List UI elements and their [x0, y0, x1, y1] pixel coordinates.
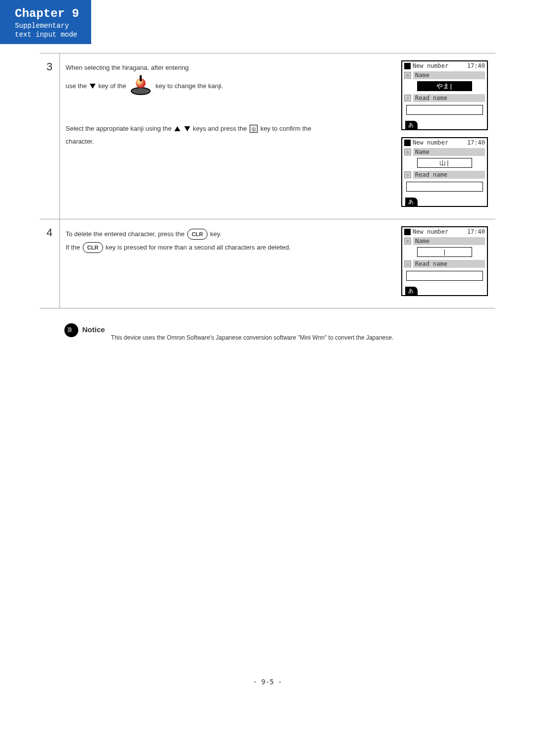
- page-number: - 9-5 -: [0, 678, 535, 686]
- step-text: When selecting the hiragana, after enter…: [66, 62, 396, 73]
- square-icon: [404, 63, 411, 69]
- step-text: To delete the entered character, press t…: [66, 228, 396, 240]
- input-mode-tab: あ: [405, 198, 418, 206]
- down-arrow-icon: [184, 126, 190, 131]
- shot-input-empty: [406, 182, 483, 192]
- chapter-title: Chapter 9: [15, 7, 79, 20]
- input-mode-tab: あ: [405, 287, 418, 295]
- scrollbar: [480, 148, 486, 191]
- ok-key-icon: ◎: [250, 125, 258, 133]
- up-arrow-icon: [174, 126, 180, 131]
- speech-icon: ○: [404, 171, 411, 178]
- notice-icon: [64, 323, 78, 337]
- shot-field-label: Name: [413, 237, 485, 245]
- shot-field-label: Read name: [413, 260, 485, 268]
- joystick-icon: [130, 75, 152, 97]
- step-row-3: 3 When selecting the hiragana, after ent…: [40, 53, 495, 219]
- speech-icon: ○: [404, 260, 411, 267]
- shot-time: 17:40: [467, 228, 485, 235]
- steps-table: 3 When selecting the hiragana, after ent…: [40, 53, 495, 308]
- scrollbar: [480, 237, 486, 280]
- device-screenshot: New number 17:40 ☺ Name やま|: [401, 60, 488, 130]
- shot-title: New number: [413, 139, 448, 146]
- shot-title: New number: [413, 62, 448, 69]
- step-text: use the key of the key to change the kan…: [66, 75, 396, 97]
- step-text: If the CLR key is pressed for more than …: [66, 242, 396, 253]
- person-icon: ☺: [404, 72, 411, 79]
- shot-field-label: Read name: [413, 171, 485, 179]
- shot-input-value: 山|: [417, 158, 472, 168]
- shot-field-label: Read name: [413, 94, 485, 102]
- chapter-sub-2: text input mode: [15, 30, 79, 39]
- shot-input-value: |: [417, 247, 472, 257]
- chapter-banner: Chapter 9 Supplementary text input mode: [0, 0, 91, 44]
- step-text: character.: [66, 136, 396, 147]
- shot-title: New number: [413, 228, 448, 235]
- notice-title: Notice: [82, 325, 105, 334]
- step-screenshot-col: New number 17:40 ☺ Name |: [401, 219, 495, 308]
- clear-key-icon: CLR: [83, 242, 103, 253]
- notice-section: Notice This device uses the Omron Softwa…: [64, 323, 495, 341]
- step-number: 4: [40, 219, 59, 308]
- shot-time: 17:40: [467, 139, 485, 146]
- device-screenshot: New number 17:40 ☺ Name |: [401, 226, 488, 296]
- shot-input-empty: [406, 271, 483, 281]
- step-text: Select the appropriate kanji using the k…: [66, 123, 396, 134]
- shot-field-label: Name: [413, 148, 485, 156]
- person-icon: ☺: [404, 149, 411, 155]
- square-icon: [404, 140, 411, 146]
- person-icon: ☺: [404, 238, 411, 245]
- down-arrow-icon: [90, 84, 96, 89]
- step-body: When selecting the hiragana, after enter…: [59, 53, 401, 219]
- device-screenshot: New number 17:40 ☺ Name 山|: [401, 137, 488, 207]
- step-body: To delete the entered character, press t…: [59, 219, 401, 308]
- shot-time: 17:40: [467, 62, 485, 69]
- step-number: 3: [40, 53, 59, 219]
- notice-text: This device uses the Omron Software's Ja…: [111, 334, 393, 341]
- step-screenshot-col: New number 17:40 ☺ Name やま|: [401, 53, 495, 219]
- shot-input-value: やま|: [417, 81, 472, 91]
- speech-icon: ○: [404, 95, 411, 101]
- square-icon: [404, 229, 411, 235]
- content-area: 3 When selecting the hiragana, after ent…: [40, 53, 495, 341]
- chapter-sub-1: Supplementary: [15, 21, 79, 30]
- shot-input-empty: [406, 105, 483, 115]
- input-mode-tab: あ: [405, 121, 418, 129]
- step-row-4: 4 To delete the entered character, press…: [40, 219, 495, 308]
- clear-key-icon: CLR: [187, 229, 208, 240]
- shot-field-label: Name: [413, 71, 485, 79]
- scrollbar: [480, 71, 486, 114]
